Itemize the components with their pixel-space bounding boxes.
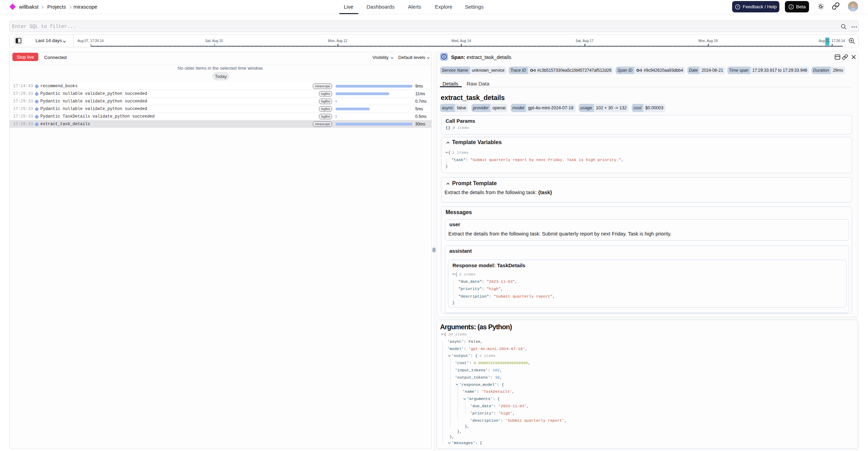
svg-text:?: ? [737, 5, 738, 9]
